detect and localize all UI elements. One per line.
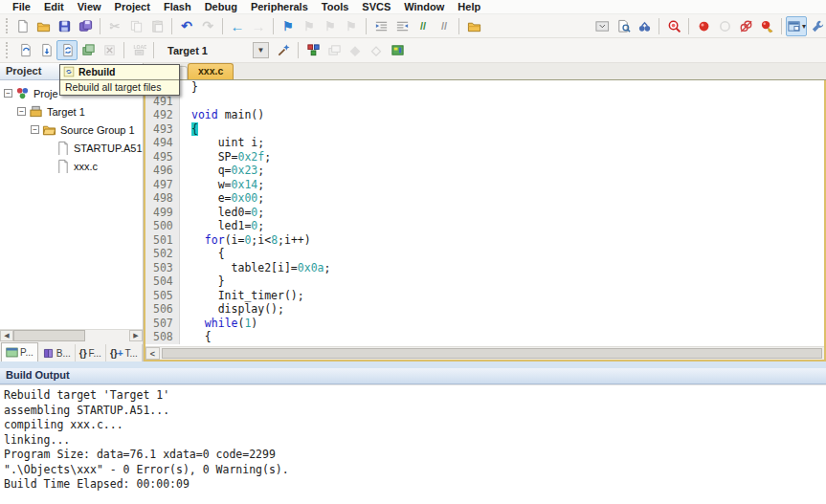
translate-button[interactable] bbox=[14, 40, 35, 60]
tree-item-source-group-1[interactable]: −Source Group 1 bbox=[0, 121, 143, 139]
code-line-text: q=0x23; bbox=[180, 164, 264, 178]
scroll-left-button[interactable]: < bbox=[145, 347, 160, 360]
dropdown-arrow-icon[interactable]: ▾ bbox=[802, 22, 806, 31]
open-book-button[interactable] bbox=[463, 16, 484, 36]
code-token: } bbox=[191, 274, 225, 288]
menu-view[interactable]: View bbox=[71, 1, 108, 12]
rebuild-button[interactable] bbox=[56, 40, 78, 60]
scroll-left-button[interactable]: ◀ bbox=[0, 330, 13, 341]
line-number: 502 bbox=[145, 247, 180, 261]
breakpoint-toggle-button[interactable] bbox=[693, 16, 714, 36]
cut-icon: ✂ bbox=[110, 20, 121, 33]
configure-button[interactable] bbox=[807, 16, 826, 36]
new-file-button[interactable] bbox=[11, 16, 33, 36]
build-output-panel[interactable]: Rebuild target 'Target 1'assembling STAR… bbox=[0, 384, 826, 504]
file-extensions-button[interactable] bbox=[302, 40, 324, 60]
code-token: ) bbox=[251, 317, 257, 330]
code-token: 0x14 bbox=[232, 178, 258, 191]
code-token: { bbox=[191, 122, 198, 136]
menu-tools[interactable]: Tools bbox=[315, 1, 356, 12]
manage-run-time-environment-button[interactable]: ◇ bbox=[366, 40, 387, 60]
comment-button[interactable]: // bbox=[413, 16, 434, 36]
download-button[interactable]: LOAD bbox=[128, 40, 149, 60]
menu-file[interactable]: File bbox=[6, 1, 37, 12]
panel-tab-t[interactable]: {}+T... bbox=[106, 344, 143, 362]
file-extensions-icon bbox=[306, 43, 321, 57]
incremental-find-button[interactable] bbox=[634, 16, 655, 36]
redo-button[interactable]: ↷ bbox=[197, 16, 218, 36]
code-token: ; bbox=[257, 191, 264, 205]
line-number: 504 bbox=[145, 274, 180, 289]
paste-button[interactable] bbox=[146, 16, 167, 36]
uncomment-button[interactable]: // bbox=[434, 16, 455, 36]
tree-item-xxx-c[interactable]: xxx.c bbox=[0, 157, 143, 175]
bookmark-toggle-button[interactable]: ⚑ bbox=[278, 16, 299, 36]
find-button[interactable] bbox=[663, 16, 684, 36]
undo-button[interactable]: ↶ bbox=[176, 16, 197, 36]
panel-tab-p[interactable]: P... bbox=[1, 342, 38, 362]
tree-item-startup-a51[interactable]: STARTUP.A51 bbox=[0, 139, 143, 157]
breakpoint-enable-disable-button[interactable] bbox=[714, 16, 735, 36]
code-token: ; bbox=[257, 219, 264, 232]
save-all-button[interactable] bbox=[75, 16, 96, 36]
navigate-back-button[interactable]: ← bbox=[227, 16, 248, 36]
target-select[interactable]: Target 1▼ bbox=[162, 41, 269, 59]
bookmark-next-button[interactable]: ⚑ bbox=[320, 16, 341, 36]
pack-installer-button[interactable] bbox=[387, 40, 408, 60]
menu-edit[interactable]: Edit bbox=[37, 1, 71, 12]
panel-tab-b[interactable]: B... bbox=[38, 344, 76, 362]
panel-tab-f[interactable]: {}F... bbox=[76, 344, 106, 362]
breakpoint-kill-all-button[interactable] bbox=[756, 16, 777, 36]
scroll-thumb[interactable] bbox=[13, 330, 85, 341]
code-line-text: { bbox=[180, 330, 212, 344]
save-button[interactable] bbox=[54, 16, 75, 36]
project-hscrollbar[interactable]: ◀ ▶ bbox=[0, 329, 143, 341]
build-output-line: assembling STARTUP.A51... bbox=[4, 404, 826, 419]
debug-windows-button[interactable]: ▾ bbox=[786, 16, 807, 36]
menu-window[interactable]: Window bbox=[397, 1, 451, 12]
expander-icon[interactable]: − bbox=[17, 107, 26, 116]
braces-icon: {}+ bbox=[110, 348, 123, 359]
indent-button[interactable] bbox=[370, 16, 391, 36]
menu-peripherals[interactable]: Peripherals bbox=[244, 1, 315, 12]
scroll-right-button[interactable]: ▶ bbox=[129, 330, 143, 341]
breakpoint-disable-all-button[interactable] bbox=[735, 16, 756, 36]
options-for-target-button[interactable] bbox=[273, 40, 294, 60]
copy-button[interactable] bbox=[125, 16, 146, 36]
menu-svcs[interactable]: SVCS bbox=[355, 1, 397, 12]
search-dropdown-button[interactable] bbox=[592, 16, 613, 36]
cut-button[interactable]: ✂ bbox=[104, 16, 125, 36]
navigate-forward-icon: → bbox=[252, 19, 266, 33]
toolbar-separator bbox=[273, 18, 274, 34]
scroll-thumb[interactable] bbox=[162, 348, 822, 359]
menu-flash[interactable]: Flash bbox=[157, 1, 198, 12]
code-editor[interactable]: 490}491492void main()493{494 uint i;495 … bbox=[145, 80, 824, 346]
menu-debug[interactable]: Debug bbox=[198, 1, 244, 12]
scroll-track[interactable] bbox=[13, 330, 129, 341]
menu-help[interactable]: Help bbox=[451, 1, 487, 12]
editor-hscrollbar[interactable]: < bbox=[145, 346, 824, 360]
multi-project-workspace-button[interactable] bbox=[324, 40, 345, 60]
menu-project[interactable]: Project bbox=[108, 1, 157, 12]
line-number: 506 bbox=[145, 302, 180, 317]
build-button[interactable] bbox=[35, 40, 56, 60]
outdent-button[interactable] bbox=[391, 16, 413, 36]
open-file-button[interactable] bbox=[33, 16, 54, 36]
target-select-arrow[interactable]: ▼ bbox=[253, 42, 269, 58]
bookmark-clear-button[interactable]: ⚑ bbox=[341, 16, 362, 36]
stop-build-button[interactable] bbox=[99, 40, 120, 60]
expander-icon[interactable]: − bbox=[4, 89, 12, 98]
expander-icon[interactable]: − bbox=[31, 125, 39, 134]
find-in-files-button[interactable] bbox=[613, 16, 634, 36]
navigate-forward-button[interactable]: → bbox=[248, 16, 269, 36]
tab-xxx-c[interactable]: xxx.c bbox=[188, 63, 234, 79]
tree-item-target-1[interactable]: −Target 1 bbox=[0, 102, 143, 121]
panel-tab-label: T... bbox=[125, 348, 138, 359]
batch-build-button[interactable] bbox=[78, 40, 99, 60]
bookmark-prev-button[interactable]: ⚑ bbox=[299, 16, 320, 36]
select-software-packs-button[interactable]: ◆ bbox=[345, 40, 366, 60]
paste-icon bbox=[150, 19, 165, 33]
panel-splitter[interactable] bbox=[0, 362, 826, 368]
code-line: 490} bbox=[145, 80, 824, 95]
code-token: ;i< bbox=[251, 233, 271, 247]
